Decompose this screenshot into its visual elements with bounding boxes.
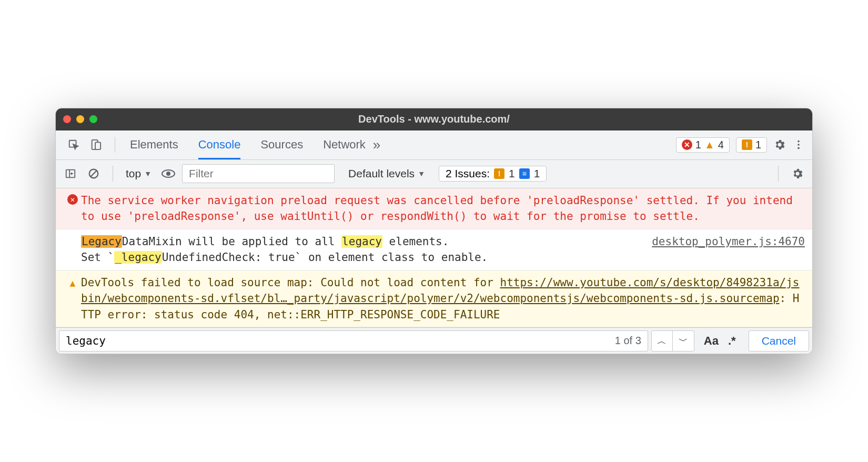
- error-count: 1: [695, 139, 701, 151]
- search-bar: 1 of 3 ︿ ﹀ Aa .* Cancel: [56, 327, 812, 354]
- error-icon: ✕: [67, 194, 78, 205]
- close-window-button[interactable]: [63, 115, 71, 123]
- console-toolbar: top ▼ Default levels ▼ 2 Issues: ! 1 ≡ 1: [56, 160, 812, 188]
- log-message-text: LegacyDataMixin will be applied to all l…: [81, 234, 636, 266]
- error-icon: ✕: [682, 139, 692, 150]
- search-prev-button[interactable]: ︿: [652, 331, 673, 351]
- caret-down-icon: ▼: [144, 169, 152, 178]
- toggle-sidebar-icon[interactable]: [61, 164, 80, 183]
- warning-count: 4: [718, 139, 724, 151]
- live-expression-icon[interactable]: [159, 164, 178, 183]
- tab-network[interactable]: Network: [323, 130, 366, 159]
- svg-point-3: [798, 140, 800, 143]
- source-link[interactable]: desktop_polymer.js:4670: [636, 234, 805, 249]
- warning-icon: ▲: [70, 276, 76, 290]
- console-error-row[interactable]: ✕ The service worker navigation preload …: [56, 188, 812, 229]
- tab-elements[interactable]: Elements: [130, 130, 178, 159]
- warning-icon: ▲: [704, 139, 715, 151]
- search-nav: ︿ ﹀: [651, 330, 694, 351]
- clear-console-icon[interactable]: [84, 164, 103, 183]
- levels-label: Default levels: [348, 167, 415, 180]
- search-highlight: legacy: [341, 235, 382, 248]
- error-warning-badge[interactable]: ✕ 1 ▲ 4: [676, 137, 730, 153]
- context-label: top: [126, 167, 141, 180]
- tab-console[interactable]: Console: [198, 130, 241, 159]
- tab-sources[interactable]: Sources: [260, 130, 303, 159]
- svg-point-4: [798, 144, 800, 146]
- console-settings-button[interactable]: [788, 164, 807, 183]
- divider: [115, 137, 115, 153]
- inspect-element-icon[interactable]: [64, 135, 83, 154]
- match-case-toggle[interactable]: Aa: [704, 334, 719, 348]
- svg-rect-2: [95, 143, 100, 150]
- kebab-menu-button[interactable]: [789, 135, 808, 154]
- traffic-lights: [63, 115, 97, 123]
- device-toolbar-icon[interactable]: [86, 135, 105, 154]
- search-result-count: 1 of 3: [609, 330, 648, 351]
- issues-counter[interactable]: 2 Issues: ! 1 ≡ 1: [439, 166, 547, 182]
- error-message-text: The service worker navigation preload re…: [81, 193, 805, 225]
- maximize-window-button[interactable]: [89, 115, 97, 123]
- console-log-row[interactable]: LegacyDataMixin will be applied to all l…: [56, 229, 812, 270]
- svg-point-5: [798, 147, 800, 149]
- console-messages: ✕ The service worker navigation preload …: [56, 188, 812, 327]
- search-next-button[interactable]: ﹀: [673, 331, 694, 351]
- issues-label: 2 Issues:: [446, 167, 490, 180]
- svg-point-9: [166, 172, 170, 176]
- caret-down-icon: ▼: [418, 169, 425, 178]
- warning-message-text: DevTools failed to load source map: Coul…: [81, 275, 805, 323]
- issues-badge[interactable]: ! 1: [736, 137, 767, 153]
- minimize-window-button[interactable]: [76, 115, 84, 123]
- tabs: Elements Console Sources Network: [120, 130, 366, 159]
- more-tabs-button[interactable]: »: [366, 137, 388, 153]
- divider: [778, 166, 779, 182]
- window-title: DevTools - www.youtube.com/: [56, 113, 812, 125]
- settings-button[interactable]: [770, 135, 789, 154]
- console-warning-row[interactable]: ▲ DevTools failed to load source map: Co…: [56, 270, 812, 327]
- issue-orange-count: 1: [755, 139, 761, 151]
- devtools-window: DevTools - www.youtube.com/ Elements Con…: [55, 108, 813, 354]
- search-input[interactable]: [59, 330, 609, 351]
- issue-orange-icon: !: [742, 139, 752, 150]
- cancel-search-button[interactable]: Cancel: [749, 330, 809, 351]
- filter-input[interactable]: [182, 164, 335, 183]
- search-highlight-current: Legacy: [81, 235, 122, 248]
- regex-toggle[interactable]: .*: [728, 334, 736, 348]
- issue-blue-icon: ≡: [519, 168, 530, 179]
- search-highlight: _legacy: [114, 251, 162, 264]
- issue-orange-icon: !: [494, 168, 504, 179]
- tabbar: Elements Console Sources Network » ✕ 1 ▲…: [56, 130, 812, 160]
- titlebar: DevTools - www.youtube.com/: [56, 108, 812, 130]
- context-selector[interactable]: top ▼: [123, 167, 155, 180]
- log-levels-selector[interactable]: Default levels ▼: [339, 167, 435, 180]
- divider: [113, 166, 113, 182]
